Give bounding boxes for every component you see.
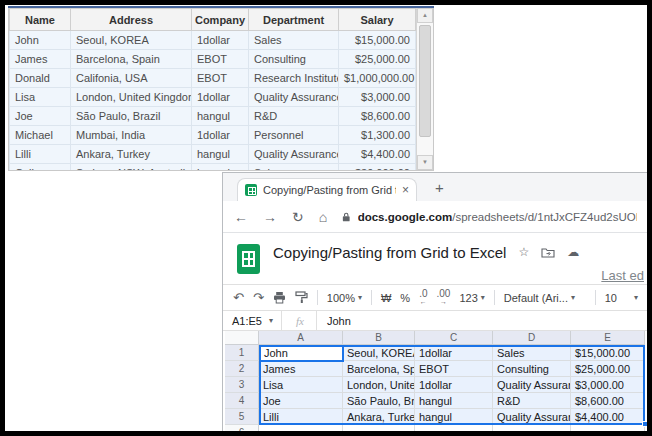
sheet-cell[interactable]: EBOT	[415, 361, 493, 377]
sheet-cell[interactable]	[571, 425, 645, 431]
grid-cell[interactable]: Califonia, USA	[71, 69, 192, 88]
sheet-row-header-2[interactable]: 2	[225, 361, 259, 377]
scroll-down-button[interactable]: ▼	[417, 155, 433, 170]
sheet-cell[interactable]: Sales	[493, 345, 571, 361]
star-icon[interactable]: ☆	[518, 245, 529, 259]
grid-cell[interactable]: Quality Assurance	[249, 88, 339, 107]
new-tab-button[interactable]: +	[435, 179, 444, 196]
grid-column-header-address[interactable]: Address	[71, 9, 192, 31]
sheet-cell[interactable]: R&D	[493, 393, 571, 409]
grid-cell[interactable]: Sales	[249, 164, 339, 172]
grid-cell[interactable]: Sydney, NSW, Australia	[71, 164, 192, 172]
grid-column-header-name[interactable]: Name	[10, 9, 71, 31]
grid-cell[interactable]: Michael	[10, 126, 71, 145]
forward-icon[interactable]: →	[263, 209, 277, 225]
redo-icon[interactable]: ↷	[253, 290, 264, 305]
sheet-cell[interactable]	[343, 425, 415, 431]
grid-cell[interactable]: Sales	[249, 31, 339, 50]
grid-column-header-department[interactable]: Department	[249, 9, 339, 31]
grid-cell[interactable]: 1dollar	[192, 88, 249, 107]
grid-cell[interactable]: EBOT	[192, 69, 249, 88]
back-icon[interactable]: ←	[234, 209, 248, 225]
grid-cell[interactable]: Seoul, KOREA	[71, 31, 192, 50]
grid-cell[interactable]: John	[10, 31, 71, 50]
sheet-cell[interactable]: $25,000.00	[571, 361, 645, 377]
google-sheets-logo[interactable]	[237, 244, 260, 274]
tab-close-icon[interactable]: ×	[402, 183, 409, 197]
scroll-up-button[interactable]: ▲	[417, 8, 433, 23]
sheet-cell[interactable]: Seoul, KOREA	[343, 345, 415, 361]
paint-format-icon[interactable]	[295, 291, 308, 304]
print-icon[interactable]	[273, 291, 286, 304]
sheet-column-header-e[interactable]: E	[571, 331, 645, 345]
sheet-corner-box[interactable]	[225, 331, 259, 345]
font-select[interactable]: Default (Ari...▾	[504, 292, 575, 304]
sheet-column-header-d[interactable]: D	[493, 331, 571, 345]
sheet-cell[interactable]	[415, 425, 493, 431]
grid-cell[interactable]: R&D	[249, 107, 339, 126]
grid-cell[interactable]: São Paulo, Brazil	[71, 107, 192, 126]
decrease-decimal-button[interactable]: .0←	[419, 290, 427, 306]
percent-format-button[interactable]: %	[400, 292, 410, 304]
more-formats-button[interactable]: 123▾	[459, 292, 484, 304]
sheet-row-header-1[interactable]: 1	[225, 345, 259, 361]
grid-cell[interactable]: $30,000.00	[339, 164, 416, 172]
grid-cell[interactable]: hangul	[192, 107, 249, 126]
grid-cell[interactable]: Donald	[10, 69, 71, 88]
sheet-cell[interactable]: London, United Kingdom	[343, 377, 415, 393]
sheet-cell[interactable]: 1dollar	[415, 377, 493, 393]
sheet-cell[interactable]: hangul	[415, 409, 493, 425]
grid-vertical-scrollbar[interactable]: ▲ ▼	[416, 8, 433, 170]
sheet-cell[interactable]: Quality Assurance	[493, 377, 571, 393]
sheet-cell[interactable]: hangul	[415, 393, 493, 409]
grid-cell[interactable]: hangul	[192, 145, 249, 164]
grid-cell[interactable]: Research Institute	[249, 69, 339, 88]
sheet-row-header-4[interactable]: 4	[225, 393, 259, 409]
sheet-column-header-c[interactable]: C	[415, 331, 493, 345]
grid-cell[interactable]: $4,400.00	[339, 145, 416, 164]
grid-cell[interactable]: Personnel	[249, 126, 339, 145]
grid-cell[interactable]: Consulting	[249, 50, 339, 69]
grid-cell[interactable]: $25,000.00	[339, 50, 416, 69]
move-to-folder-icon[interactable]	[541, 247, 555, 258]
sheet-cell[interactable]: $3,000.00	[571, 377, 645, 393]
sheet-cell[interactable]: Consulting	[493, 361, 571, 377]
cloud-status-icon[interactable]: ☁	[567, 245, 579, 259]
grid-cell[interactable]: Joe	[10, 107, 71, 126]
home-icon[interactable]: ⌂	[319, 209, 327, 225]
sheet-cell[interactable]	[259, 345, 343, 361]
sheet-column-header-b[interactable]: B	[343, 331, 415, 345]
sheet-cell[interactable]: Lilli	[259, 409, 343, 425]
last-edit-link[interactable]: Last ed	[601, 268, 644, 283]
sheet-cell[interactable]: $15,000.00	[571, 345, 645, 361]
grid-cell[interactable]: Lisa	[10, 88, 71, 107]
grid-cell[interactable]: Barcelona, Spain	[71, 50, 192, 69]
sheet-cell[interactable]: $8,600.00	[571, 393, 645, 409]
grid-cell[interactable]: 1dollar	[192, 31, 249, 50]
grid-cell[interactable]: 1dollar	[192, 126, 249, 145]
grid-column-header-company[interactable]: Company	[192, 9, 249, 31]
sheet-row-header-3[interactable]: 3	[225, 377, 259, 393]
sheet-cell[interactable]: Quality Assurance	[493, 409, 571, 425]
grid-cell[interactable]: hangul	[192, 164, 249, 172]
currency-format-button[interactable]: ₩	[381, 292, 391, 304]
grid-cell[interactable]: Ankara, Turkey	[71, 145, 192, 164]
sheet-cell[interactable]: $4,400.00	[571, 409, 645, 425]
grid-cell[interactable]: $1,300.00	[339, 126, 416, 145]
grid-cell[interactable]: $8,600.00	[339, 107, 416, 126]
document-title[interactable]: Copying/Pasting from Grid to Excel	[273, 244, 506, 261]
grid-cell[interactable]: $1,000,000.00	[339, 69, 416, 88]
grid-cell[interactable]: Quality Assurance	[249, 145, 339, 164]
sheet-cell[interactable]	[493, 425, 571, 431]
scrollbar-thumb[interactable]	[419, 25, 431, 137]
grid-cell[interactable]: $3,000.00	[339, 88, 416, 107]
sheet-column-header-a[interactable]: A	[259, 331, 343, 345]
sheet-cell[interactable]: Joe	[259, 393, 343, 409]
sheet-cell[interactable]	[259, 425, 343, 431]
reload-icon[interactable]: ↻	[292, 209, 304, 225]
sheet-cell[interactable]: Lisa	[259, 377, 343, 393]
sheet-cell[interactable]: Ankara, Turkey	[343, 409, 415, 425]
formula-input[interactable]: John	[317, 315, 351, 327]
grid-cell[interactable]: $15,000.00	[339, 31, 416, 50]
sheet-cell[interactable]: Barcelona, Spain	[343, 361, 415, 377]
